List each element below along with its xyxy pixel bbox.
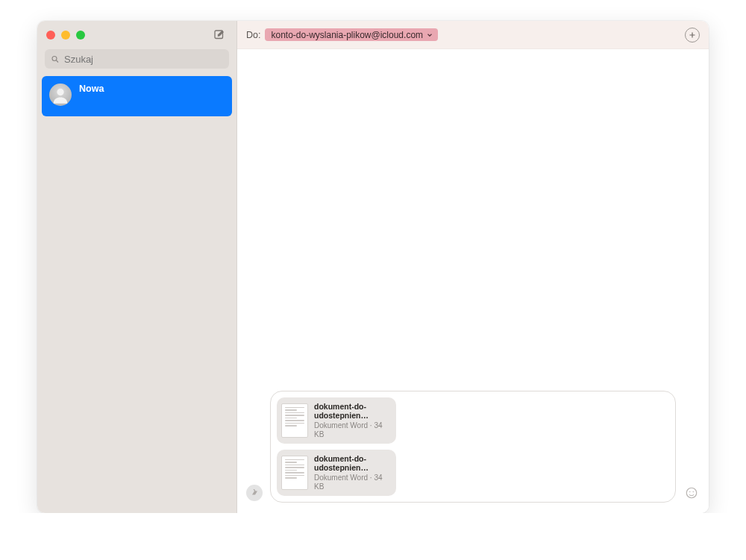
zoom-window-button[interactable] (76, 31, 85, 40)
emoji-button[interactable] (683, 485, 700, 501)
to-label: Do: (246, 30, 260, 40)
svg-line-2 (56, 60, 57, 61)
conversation-item[interactable]: Nowa (42, 76, 232, 116)
conversation-title: Nowa (79, 84, 104, 94)
compose-button[interactable] (211, 27, 228, 43)
svg-point-6 (686, 488, 697, 498)
svg-point-1 (52, 56, 57, 60)
document-icon (281, 403, 308, 438)
attachment-text: dokument-do-udostepnien… Dokument Word ·… (314, 454, 389, 491)
attachment-item[interactable]: dokument-do-udostepnien… Dokument Word ·… (277, 450, 396, 496)
svg-point-3 (57, 89, 63, 95)
attachment-name: dokument-do-udostepnien… (314, 454, 389, 472)
window-controls (46, 31, 85, 40)
titlebar (37, 21, 236, 49)
minimize-window-button[interactable] (61, 31, 70, 40)
attachment-name: dokument-do-udostepnien… (314, 402, 389, 420)
plus-icon (688, 31, 697, 40)
attachment-meta: Dokument Word · 34 KB (314, 421, 389, 439)
search-wrap (37, 49, 236, 76)
conversation-list: Nowa (37, 76, 236, 513)
add-recipient-button[interactable] (685, 28, 700, 43)
message-thread (237, 49, 709, 391)
chevron-down-icon (426, 31, 433, 39)
composer-row: dokument-do-udostepnien… Dokument Word ·… (237, 391, 709, 513)
main-pane: Do: konto-do-wyslania-plikow@icloud.com (237, 21, 709, 513)
close-window-button[interactable] (46, 31, 55, 40)
document-icon (281, 456, 308, 490)
svg-point-7 (689, 491, 691, 493)
recipient-chip[interactable]: konto-do-wyslania-plikow@icloud.com (265, 28, 438, 41)
search-icon (51, 54, 60, 64)
attachment-item[interactable]: dokument-do-udostepnien… Dokument Word ·… (277, 397, 396, 444)
appstore-icon (250, 488, 259, 497)
apps-button[interactable] (246, 485, 263, 501)
messages-window: Nowa Do: konto-do-wyslania-plikow@icloud… (37, 21, 709, 513)
attachment-meta: Dokument Word · 34 KB (314, 474, 389, 491)
search-input[interactable] (64, 54, 223, 65)
attachment-text: dokument-do-udostepnien… Dokument Word ·… (314, 402, 389, 439)
smile-icon (685, 486, 698, 500)
message-composer[interactable]: dokument-do-udostepnien… Dokument Word ·… (270, 391, 676, 503)
sidebar: Nowa (37, 21, 237, 513)
search-field[interactable] (45, 49, 229, 69)
avatar (49, 84, 72, 106)
to-bar: Do: konto-do-wyslania-plikow@icloud.com (237, 21, 709, 49)
recipient-address: konto-do-wyslania-plikow@icloud.com (271, 30, 423, 40)
svg-point-8 (693, 491, 695, 493)
